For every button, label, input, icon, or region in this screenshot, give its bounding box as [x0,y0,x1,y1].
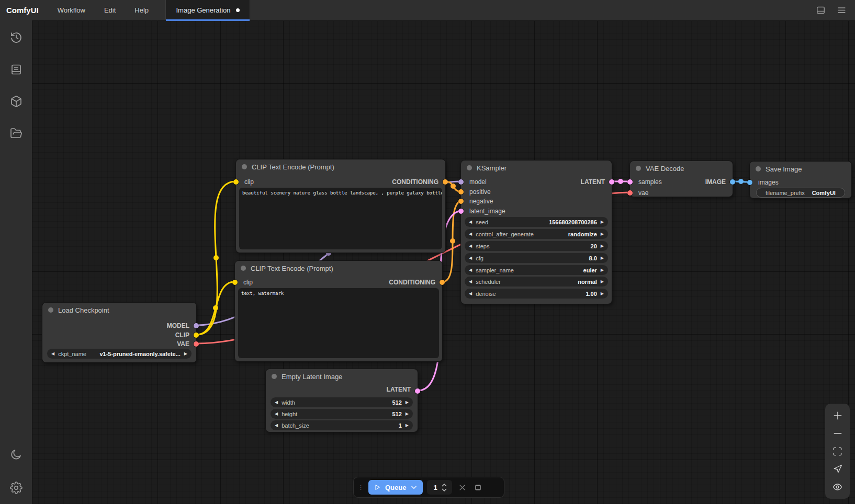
control-after-generate-widget[interactable]: ◀ control_after_generate randomize ▶ [465,229,608,239]
zoom-out-button[interactable] [831,427,844,440]
node-header[interactable]: KSampler [461,161,612,175]
increment-arrow[interactable]: ▶ [406,412,409,416]
node-header[interactable]: CLIP Text Encode (Prompt) [236,159,445,174]
cancel-button[interactable] [456,482,468,493]
menu-help[interactable]: Help [127,0,156,20]
decrement-arrow[interactable]: ◀ [275,400,278,405]
decrement-arrow[interactable]: ◀ [469,244,472,248]
collapse-dot[interactable] [242,164,247,169]
cfg-widget[interactable]: ◀ cfg 8.0 ▶ [465,253,608,263]
port-vae-output[interactable] [194,341,199,347]
height-widget[interactable]: ◀ height 512 ▶ [271,409,413,419]
increment-arrow[interactable]: ▶ [406,400,409,405]
tab-image-generation[interactable]: Image Generation [165,0,250,20]
chevron-down-icon[interactable] [410,484,418,491]
decrement-arrow[interactable]: ◀ [469,280,472,284]
node-ksampler[interactable]: KSampler model positive negative latent_… [460,160,612,304]
batch-size-widget[interactable]: ◀ batch_size 1 ▶ [271,420,413,430]
stop-button[interactable] [472,482,483,493]
filename-prefix-widget[interactable]: filename_prefix ComfyUI [756,188,845,198]
port-model-output[interactable] [194,323,199,328]
increment-arrow[interactable]: ▶ [184,352,187,356]
settings-button[interactable] [6,478,26,498]
canvas[interactable] [32,20,855,504]
fit-view-button[interactable] [831,445,844,457]
port-clip-input[interactable] [233,179,239,185]
sampler-name-widget[interactable]: ◀ sampler_name euler ▶ [465,265,608,275]
pointer-mode-button[interactable] [831,463,844,475]
port-latent-output[interactable] [609,179,614,185]
zoom-in-button[interactable] [831,409,844,422]
sidebar-item-history[interactable] [6,28,26,48]
node-header[interactable]: VAE Decode [630,161,733,176]
increment-arrow[interactable]: ▶ [601,220,604,224]
collapse-dot[interactable] [48,307,53,313]
increment-arrow[interactable]: ▶ [601,244,604,248]
collapse-dot[interactable] [272,374,277,379]
decrement-arrow[interactable]: ◀ [469,268,472,272]
node-clip-text-encode-negative[interactable]: CLIP Text Encode (Prompt) clip CONDITION… [234,260,443,362]
node-header[interactable]: Save Image [750,162,851,176]
sidebar-item-node-library[interactable] [6,60,26,79]
main-menu-button[interactable] [836,5,847,16]
scheduler-widget[interactable]: ◀ scheduler normal ▶ [465,277,608,287]
denoise-widget[interactable]: ◀ denoise 1.00 ▶ [465,289,608,299]
theme-toggle-button[interactable] [6,444,26,464]
decrement-arrow[interactable]: ◀ [469,220,472,224]
increment-arrow[interactable]: ▶ [601,232,604,236]
increment-arrow[interactable]: ▶ [406,423,409,428]
node-vae-decode[interactable]: VAE Decode samples vae IMAGE [629,161,733,197]
increment-arrow[interactable]: ▶ [601,268,604,272]
increment-arrow[interactable]: ▶ [601,280,604,284]
port-images-input[interactable] [747,180,752,185]
increment-arrow[interactable]: ▶ [601,292,604,296]
collapse-dot[interactable] [241,266,246,271]
ckpt-name-widget[interactable]: ◀ ckpt_name v1-5-pruned-emaonly.safete..… [47,349,192,359]
port-positive-input[interactable] [458,189,464,194]
steps-widget[interactable]: ◀ steps 20 ▶ [465,241,608,251]
prompt-textarea[interactable]: text, watermark [238,288,439,358]
menu-edit[interactable]: Edit [97,0,123,20]
decrement-arrow[interactable]: ◀ [275,412,278,416]
node-header[interactable]: Load Checkpoint [42,303,196,317]
prompt-textarea[interactable]: beautiful scenery nature glass bottle la… [239,188,442,249]
collapse-dot[interactable] [467,165,472,170]
port-clip-output[interactable] [194,333,199,338]
menu-workflow[interactable]: Workflow [50,0,93,20]
port-latent-output[interactable] [415,388,420,394]
node-clip-text-encode-positive[interactable]: CLIP Text Encode (Prompt) clip CONDITION… [235,159,446,253]
node-save-image[interactable]: Save Image images filename_prefix ComfyU… [749,161,852,199]
app-logo[interactable]: ComfyUI [6,0,39,20]
width-widget[interactable]: ◀ width 512 ▶ [271,397,413,407]
port-negative-input[interactable] [458,199,464,204]
node-header[interactable]: CLIP Text Encode (Prompt) [235,261,442,276]
node-load-checkpoint[interactable]: Load Checkpoint MODEL CLIP VAE ◀ ckpt_na… [42,302,197,363]
queue-drag-handle[interactable]: ⋮ [358,484,364,491]
sidebar-item-workflows[interactable] [6,123,26,143]
decrement-arrow[interactable]: ◀ [469,256,472,260]
port-clip-input[interactable] [232,280,238,285]
collapse-dot[interactable] [756,166,761,171]
node-empty-latent-image[interactable]: Empty Latent Image LATENT ◀ width 512 ▶ … [265,369,418,432]
port-conditioning-output[interactable] [440,280,445,285]
decrement-icon[interactable] [442,488,447,491]
collapse-dot[interactable] [636,166,641,171]
port-vae-input[interactable] [627,190,633,196]
increment-icon[interactable] [442,484,447,487]
port-samples-input[interactable] [627,179,633,185]
decrement-arrow[interactable]: ◀ [469,232,472,236]
port-conditioning-output[interactable] [443,179,448,185]
seed-widget[interactable]: ◀ seed 156680208700286 ▶ [465,217,608,227]
port-model-input[interactable] [458,179,464,185]
decrement-arrow[interactable]: ◀ [469,292,472,296]
increment-arrow[interactable]: ▶ [601,256,604,260]
decrement-arrow[interactable]: ◀ [51,352,54,356]
port-image-output[interactable] [730,179,735,185]
bottom-panel-toggle-button[interactable] [815,5,826,16]
queue-button[interactable]: Queue [368,480,423,495]
batch-count-spinner[interactable]: 1 [427,480,452,495]
port-latent-image-input[interactable] [458,209,464,214]
node-header[interactable]: Empty Latent Image [266,369,418,384]
decrement-arrow[interactable]: ◀ [275,423,278,428]
toggle-visibility-button[interactable] [831,480,844,493]
